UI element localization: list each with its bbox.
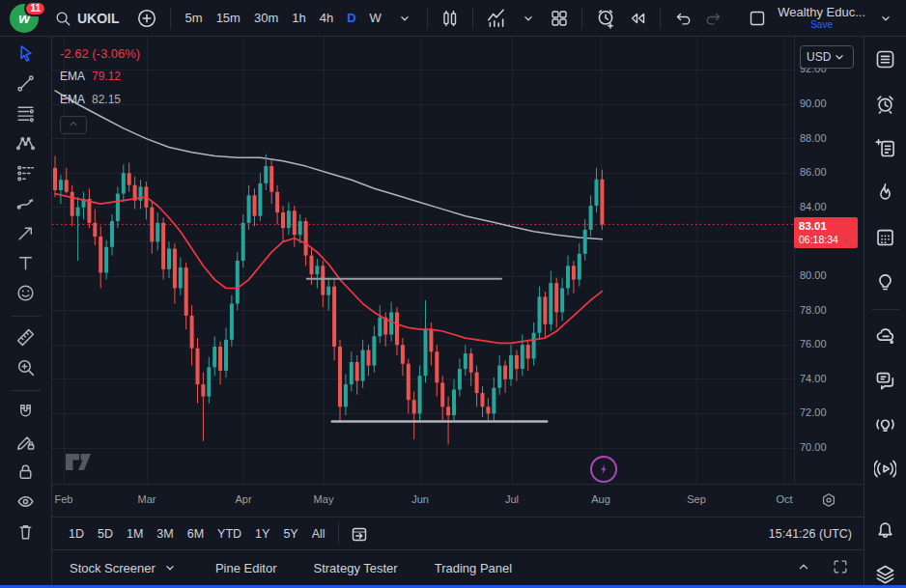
expand-panel-button[interactable] [790, 555, 817, 580]
interval-button-D[interactable]: D [340, 4, 362, 33]
stay-in-drawing-mode[interactable] [10, 431, 42, 455]
sidebar-hotlists[interactable] [870, 180, 901, 208]
trend-line-tool[interactable] [10, 72, 42, 97]
ruler-icon [15, 327, 36, 350]
month-label-May[interactable]: May [314, 493, 334, 505]
range-button-1D[interactable]: 1D [62, 524, 91, 544]
range-buttons: 1D5D1M3M6MYTD1Y5YAll [62, 524, 332, 544]
layout-dropdown-button[interactable] [871, 4, 900, 33]
divider [427, 8, 428, 29]
indicator-row-0[interactable]: EMA79.12 [60, 70, 140, 83]
tradingview-watermark-logo[interactable] [66, 454, 95, 474]
month-label-Aug[interactable]: Aug [591, 493, 610, 505]
sidebar-ideas[interactable] [870, 268, 901, 296]
bar-replay-button[interactable] [623, 4, 652, 33]
event-lightning-icon[interactable] [590, 456, 617, 483]
measure-tool[interactable] [10, 326, 42, 350]
fib-retracement-tool[interactable] [10, 102, 42, 126]
sidebar-object-tree[interactable] [870, 561, 901, 585]
interval-button-4h[interactable]: 4h [313, 4, 340, 33]
chevron-down-icon [161, 559, 179, 576]
arrow-tool[interactable] [10, 222, 42, 246]
price-tick-74.00: 74.00 [800, 373, 827, 384]
month-label-Oct[interactable]: Oct [776, 493, 792, 505]
interval-button-15m[interactable]: 15m [210, 4, 247, 33]
save-button[interactable]: Save [810, 19, 833, 30]
redo-button[interactable] [699, 4, 728, 33]
price-chart[interactable] [52, 37, 864, 484]
multichart-layout-button[interactable] [545, 4, 574, 33]
time-axis[interactable]: FebMarAprMayJunJulAugSepOct [52, 484, 864, 517]
hide-all-drawings[interactable] [10, 490, 42, 515]
interval-button-W[interactable]: W [363, 4, 388, 33]
last-price-label: 83.01 06:18:34 [794, 217, 858, 248]
create-alert-button[interactable] [590, 4, 621, 33]
sidebar-economic-calendar[interactable] [870, 224, 901, 252]
sidebar-streams[interactable] [870, 456, 901, 484]
clock-utc[interactable]: 15:41:26 (UTC) [769, 527, 852, 541]
xabcd-pattern-tool[interactable] [10, 132, 42, 156]
forecast-tool[interactable] [10, 162, 42, 186]
cursor-tool[interactable] [10, 42, 42, 67]
indicators-button[interactable] [481, 4, 512, 33]
month-label-Feb[interactable]: Feb [55, 493, 73, 505]
layout-name: Wealthy Educ... [778, 6, 865, 19]
text-tool[interactable] [10, 252, 42, 276]
remove-objects[interactable] [10, 520, 42, 545]
interval-menu-button[interactable] [390, 4, 419, 33]
watchlist-icon [874, 48, 896, 73]
layout-menu[interactable]: Wealthy Educ... Save [774, 6, 869, 30]
range-button-1M[interactable]: 1M [120, 524, 150, 544]
axis-settings-gear-icon[interactable] [820, 491, 839, 511]
panel-tab-pine-editor[interactable]: Pine Editor [213, 557, 279, 579]
indicator-row-1[interactable]: EMA82.15 [60, 93, 140, 106]
month-label-Mar[interactable]: Mar [138, 493, 156, 505]
maximize-panel-button[interactable] [827, 555, 854, 580]
go-to-date-button[interactable] [345, 519, 374, 548]
range-button-YTD[interactable]: YTD [211, 524, 248, 544]
interval-button-5m[interactable]: 5m [179, 4, 210, 33]
panel-tab-trading-panel[interactable]: Trading Panel [433, 557, 514, 579]
chart-pane[interactable]: -2.62 (-3.06%) EMA79.12EMA82.15 USD 92.0… [52, 37, 864, 549]
sidebar-alerts[interactable] [870, 91, 901, 119]
sidebar-watchlist[interactable] [870, 46, 901, 74]
zoom-in-tool[interactable] [10, 356, 42, 380]
lock-all-drawings[interactable] [10, 461, 42, 485]
range-button-5Y[interactable]: 5Y [276, 524, 304, 544]
range-button-1Y[interactable]: 1Y [248, 524, 276, 544]
emoji-tool[interactable] [10, 282, 42, 306]
save-layout-indicator-button[interactable] [743, 4, 772, 33]
interval-button-30m[interactable]: 30m [247, 4, 285, 33]
layers-icon [874, 563, 896, 586]
divider [170, 8, 171, 29]
panel-tab-stock-screener[interactable]: Stock Screener [68, 555, 181, 580]
user-menu-button[interactable]: w 11 [8, 2, 42, 35]
symbol-search-button[interactable]: UKOIL [44, 4, 129, 33]
compare-add-symbol-button[interactable] [131, 4, 162, 33]
sidebar-live-ideas[interactable] [870, 411, 901, 439]
magnet-mode[interactable] [10, 401, 42, 425]
sidebar-minds[interactable] [870, 322, 901, 350]
month-label-Apr[interactable]: Apr [235, 493, 251, 505]
range-button-3M[interactable]: 3M [150, 524, 180, 544]
month-label-Jun[interactable]: Jun [411, 493, 429, 505]
price-tick-84.00: 84.00 [800, 201, 827, 212]
month-label-Sep[interactable]: Sep [687, 493, 706, 505]
sidebar-public-chat[interactable] [870, 367, 901, 395]
range-button-All[interactable]: All [305, 524, 332, 544]
currency-select[interactable]: USD [800, 45, 854, 69]
sidebar-notifications[interactable] [870, 517, 901, 545]
chart-style-button[interactable] [436, 4, 465, 33]
sidebar-notes[interactable] [870, 135, 901, 163]
sidebar-divider [872, 309, 899, 310]
month-label-Jul[interactable]: Jul [505, 493, 519, 505]
brush-tool[interactable] [10, 192, 42, 216]
indicator-templates-button[interactable] [514, 4, 543, 33]
grid-layout-icon [550, 9, 569, 28]
range-button-6M[interactable]: 6M [181, 524, 211, 544]
interval-button-1h[interactable]: 1h [285, 4, 312, 33]
range-button-5D[interactable]: 5D [91, 524, 120, 544]
panel-tab-strategy-tester[interactable]: Strategy Tester [311, 557, 399, 579]
legend-collapse-button[interactable] [60, 116, 87, 134]
undo-button[interactable] [668, 4, 697, 33]
